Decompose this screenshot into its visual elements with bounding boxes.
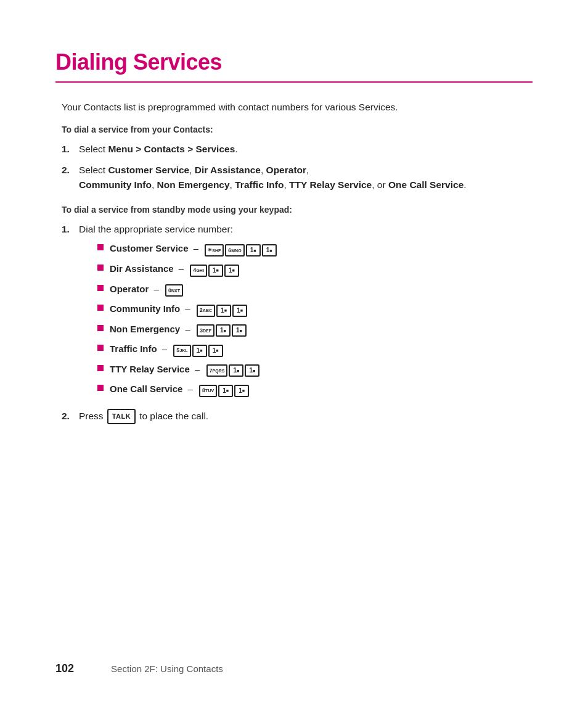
bullet-icon xyxy=(97,365,104,371)
list-item: TTY Relay Service – 7PQRS 1■ 1■ xyxy=(97,363,533,377)
list-item: Community Info – 2ABC 1■ 1■ xyxy=(97,302,533,317)
section2-label: To dial a service from standby mode usin… xyxy=(62,205,533,215)
step-2-contacts: 2. Select Customer Service, Dir Assistan… xyxy=(62,163,533,192)
step-num-1: 1. xyxy=(62,142,79,157)
section1-label: To dial a service from your Contacts: xyxy=(62,125,533,134)
list-item: Traffic Info – 5JKL 1■ 1■ xyxy=(97,342,533,357)
key-sequence: 2ABC 1■ 1■ xyxy=(197,305,247,317)
key-sequence: 0NXT xyxy=(165,284,183,297)
one-call: One Call Service xyxy=(388,179,463,190)
service-item-label: Customer Service – ✳SHF 6MNO 1■ 1■ xyxy=(110,242,277,257)
page-number: 102 xyxy=(55,662,74,675)
community-info: Community Info xyxy=(79,179,152,190)
talk-key: TALK xyxy=(107,409,136,424)
footer-section: Section 2F: Using Contacts xyxy=(111,663,223,674)
step-content-k1: Dial the appropriate service number: Cus… xyxy=(79,222,533,403)
service-item-label: One Call Service – 8TUV 1■ 1■ xyxy=(110,382,249,397)
bullet-icon xyxy=(97,305,104,311)
key-sequence: 5JKL 1■ 1■ xyxy=(173,345,223,357)
key-btn: 8TUV xyxy=(199,385,217,397)
intro-text: Your Contacts list is preprogrammed with… xyxy=(62,100,533,115)
key-sequence: 3DEF 1■ 1■ xyxy=(197,324,247,337)
service-item-label: Community Info – 2ABC 1■ 1■ xyxy=(110,302,247,317)
service-options: Customer Service xyxy=(108,165,189,175)
step-content-1: Select Menu > Contacts > Services. xyxy=(79,142,533,157)
bullet-icon xyxy=(97,345,104,351)
service-item-label: Operator – 0NXT xyxy=(110,282,183,297)
key-btn: ✳SHF xyxy=(205,244,224,257)
key-btn: 1■ xyxy=(234,385,249,397)
service-list: Customer Service – ✳SHF 6MNO 1■ 1■ xyxy=(97,242,533,397)
key-btn: 3DEF xyxy=(197,324,214,337)
key-btn: 7PQRS xyxy=(206,364,228,377)
dir-assistance: Dir Assistance xyxy=(195,165,261,175)
list-item: Non Emergency – 3DEF 1■ 1■ xyxy=(97,322,533,337)
step-1-keypad: 1. Dial the appropriate service number: … xyxy=(62,222,533,403)
service-item-label: Non Emergency – 3DEF 1■ 1■ xyxy=(110,322,247,337)
step-content-2: Select Customer Service, Dir Assistance,… xyxy=(79,163,533,192)
key-btn: 1■ xyxy=(208,345,223,357)
key-btn: 2ABC xyxy=(197,305,215,317)
step-num-2: 2. xyxy=(62,163,79,178)
bullet-icon xyxy=(97,244,104,250)
press-text: Press xyxy=(79,409,104,424)
list-item: One Call Service – 8TUV 1■ 1■ xyxy=(97,382,533,397)
bullet-icon xyxy=(97,265,104,271)
service-item-label: Dir Assistance – 4GHI 1■ 1■ xyxy=(110,262,239,277)
key-btn: 1■ xyxy=(216,324,231,337)
service-item-label: Traffic Info – 5JKL 1■ 1■ xyxy=(110,342,223,357)
key-sequence: 4GHI 1■ 1■ xyxy=(190,265,239,277)
bullet-icon xyxy=(97,285,104,291)
key-sequence: 7PQRS 1■ 1■ xyxy=(206,364,260,377)
key-btn: 1■ xyxy=(229,364,243,377)
key-btn: 1■ xyxy=(246,244,261,257)
footer: 102 Section 2F: Using Contacts xyxy=(55,662,533,675)
key-btn: 1■ xyxy=(218,385,233,397)
key-btn: 6MNO xyxy=(225,244,244,257)
section2-steps: 1. Dial the appropriate service number: … xyxy=(62,222,533,424)
key-btn: 1■ xyxy=(262,244,277,257)
step-content-k2: Press TALK to place the call. xyxy=(79,409,533,424)
key-btn: 0NXT xyxy=(165,284,183,297)
key-btn: 1■ xyxy=(192,345,207,357)
list-item: Operator – 0NXT xyxy=(97,282,533,297)
step-1-contacts: 1. Select Menu > Contacts > Services. xyxy=(62,142,533,157)
step-2-keypad: 2. Press TALK to place the call. xyxy=(62,409,533,424)
key-sequence: 8TUV 1■ 1■ xyxy=(199,385,249,397)
page: Dialing Services Your Contacts list is p… xyxy=(0,0,588,706)
key-btn: 1■ xyxy=(232,324,247,337)
key-btn: 5JKL xyxy=(173,345,190,357)
traffic-info: Traffic Info xyxy=(235,179,284,190)
bullet-icon xyxy=(97,325,104,331)
key-btn: 1■ xyxy=(224,265,239,277)
key-btn: 4GHI xyxy=(190,265,206,277)
list-item: Dir Assistance – 4GHI 1■ 1■ xyxy=(97,262,533,277)
key-btn: 1■ xyxy=(216,305,231,317)
non-emergency: Non Emergency xyxy=(157,179,230,190)
page-title: Dialing Services xyxy=(55,49,533,75)
section1-steps: 1. Select Menu > Contacts > Services. 2.… xyxy=(62,142,533,192)
operator: Operator xyxy=(266,165,306,175)
title-divider xyxy=(55,81,533,83)
press-suffix: to place the call. xyxy=(139,409,208,424)
service-item-label: TTY Relay Service – 7PQRS 1■ 1■ xyxy=(110,363,259,377)
key-sequence: ✳SHF 6MNO 1■ 1■ xyxy=(205,244,276,257)
key-btn: 1■ xyxy=(245,364,259,377)
menu-path: Menu > Contacts > Services xyxy=(108,144,235,154)
key-btn: 1■ xyxy=(208,265,223,277)
step-num-k2: 2. xyxy=(62,409,79,424)
tty-relay: TTY Relay Service xyxy=(289,179,372,190)
bullet-icon xyxy=(97,385,104,391)
step-num-k1: 1. xyxy=(62,222,79,237)
key-btn: 1■ xyxy=(232,305,247,317)
list-item: Customer Service – ✳SHF 6MNO 1■ 1■ xyxy=(97,242,533,257)
